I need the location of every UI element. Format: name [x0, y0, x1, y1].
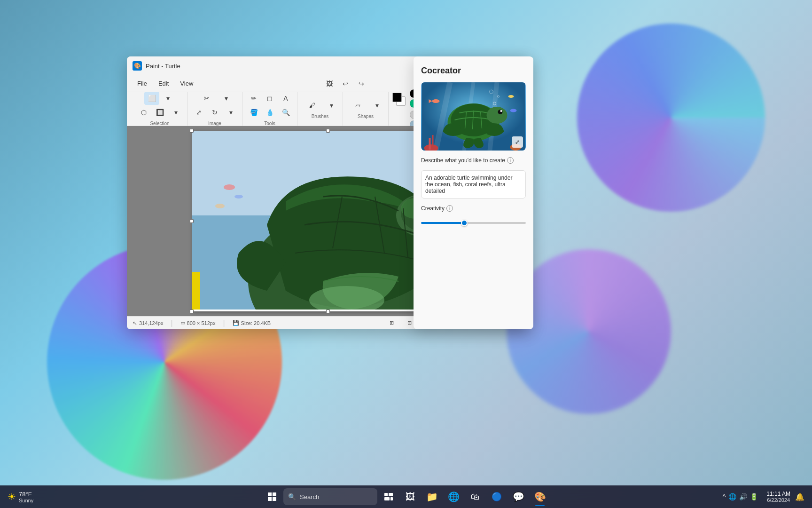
system-tray: ^ 🌐 🔊 🔋 11:11 AM 6/22/2024 🔔 — [719, 485, 804, 508]
handle-bm[interactable] — [326, 310, 330, 313]
image-group: ✂ ▾ ⤢ ↻ ▾ Image — [187, 92, 242, 126]
brush-tool[interactable]: 🖌 — [301, 99, 323, 112]
svg-rect-19 — [429, 138, 431, 150]
weather-info: 78°F Sunny — [19, 491, 33, 503]
svg-rect-20 — [432, 135, 434, 149]
shapes-options[interactable]: ▾ — [369, 99, 384, 112]
zoom-fit-btn[interactable]: ⊞ — [384, 317, 399, 330]
color-picker-tool[interactable]: 💧 — [262, 106, 277, 119]
edge-dev-button[interactable]: 🔵 — [486, 486, 507, 507]
describe-label: Describe what you'd like to create i — [421, 157, 526, 164]
rotate-tool[interactable]: ↻ — [207, 106, 222, 119]
creativity-track[interactable] — [421, 222, 526, 224]
creativity-slider-container — [421, 218, 526, 228]
photos-app-button[interactable]: 🖼 — [400, 486, 421, 507]
crop-tool[interactable]: ✂ — [196, 92, 218, 105]
redo-button[interactable]: ↪ — [354, 77, 368, 90]
eraser-tool[interactable]: ◻ — [262, 92, 277, 105]
image-label: Image — [208, 121, 221, 126]
canvas-dimensions: 800 × 512px — [187, 320, 216, 326]
fill-tool[interactable]: 🪣 — [246, 106, 261, 119]
svg-rect-33 — [273, 492, 276, 496]
size-icon: 💾 — [233, 320, 239, 326]
brushes-label: Brushes — [312, 114, 329, 119]
svg-point-24 — [498, 110, 503, 114]
svg-rect-36 — [384, 493, 388, 496]
taskbar-search[interactable]: 🔍 Search — [283, 488, 377, 505]
rotate-options[interactable]: ▾ — [223, 106, 238, 119]
menu-view[interactable]: View — [175, 78, 198, 89]
tray-network[interactable]: 🌐 — [728, 493, 736, 500]
weather-widget[interactable]: ☀ 78°F Sunny — [8, 487, 33, 506]
svg-point-15 — [215, 204, 225, 208]
paint-taskbar-button[interactable]: 🎨 — [530, 486, 550, 507]
svg-point-26 — [432, 99, 440, 103]
tools-label: Tools — [264, 121, 275, 126]
text-tool[interactable]: A — [278, 92, 293, 105]
pencil-tool[interactable]: ✏ — [246, 92, 261, 105]
notification-button[interactable]: 🔔 — [795, 492, 804, 501]
start-button[interactable] — [262, 486, 282, 507]
undo-button[interactable]: ↩ — [338, 77, 352, 90]
svg-rect-34 — [268, 497, 272, 501]
shapes-group: ▱ ▾ Shapes — [343, 92, 389, 126]
handle-tm[interactable] — [326, 129, 330, 133]
handle-tl[interactable] — [190, 129, 194, 133]
resize-tool[interactable]: ⤢ — [191, 106, 206, 119]
clock-area[interactable]: 11:11 AM 6/22/2024 — [765, 491, 792, 503]
rect-select-tool[interactable]: ⬜ — [144, 92, 159, 105]
fill-select-options[interactable]: ▾ — [168, 106, 183, 119]
file-explorer-button[interactable]: 📁 — [422, 486, 442, 507]
menu-edit[interactable]: Edit — [154, 78, 173, 89]
status-sep1: | — [171, 319, 172, 327]
cocreator-panel: Cocreator — [414, 56, 533, 329]
creativity-label: Creativity i — [421, 205, 526, 212]
handle-bl[interactable] — [190, 310, 194, 313]
brush-options[interactable]: ▾ — [324, 99, 339, 112]
describe-textarea[interactable]: An adorable turtle swimming under the oc… — [421, 170, 526, 198]
shapes-tool[interactable]: ▱ — [347, 99, 368, 112]
free-select-tool[interactable]: ⬡ — [136, 106, 151, 119]
describe-info-icon[interactable]: i — [507, 157, 514, 164]
describe-label-text: Describe what you'd like to create — [421, 157, 505, 164]
tray-chevron[interactable]: ^ — [723, 493, 726, 500]
svg-rect-35 — [273, 497, 276, 501]
image-options[interactable]: ▾ — [219, 92, 234, 105]
image-action-btn[interactable]: 🖼 — [322, 77, 336, 90]
menu-file[interactable]: File — [133, 78, 152, 89]
creativity-thumb[interactable] — [461, 220, 468, 226]
teams-button[interactable]: 💬 — [508, 486, 529, 507]
edge-browser-button[interactable]: 🌐 — [443, 486, 464, 507]
cursor-coords: 314,124px — [139, 320, 163, 326]
svg-point-27 — [508, 95, 514, 98]
weather-condition: Sunny — [19, 498, 33, 503]
start-icon — [268, 492, 276, 501]
creativity-label-text: Creativity — [421, 205, 445, 212]
color1-swatch[interactable] — [392, 93, 402, 102]
clock-date: 6/22/2024 — [767, 497, 790, 503]
tray-battery[interactable]: 🔋 — [750, 493, 758, 500]
preview-svg — [421, 82, 526, 151]
select-options-btn[interactable]: ▾ — [160, 92, 175, 105]
file-size-item: 💾 Size: 20.4KB — [233, 320, 271, 326]
handle-ml[interactable] — [190, 219, 194, 223]
expand-preview-button[interactable]: ⤢ — [512, 136, 523, 148]
svg-rect-37 — [389, 493, 393, 496]
brushes-group: 🖌 ▾ Brushes — [297, 92, 343, 126]
cocreator-title: Cocreator — [421, 66, 526, 76]
cursor-position: ↖ 314,124px — [133, 320, 163, 326]
svg-point-13 — [224, 184, 235, 190]
cursor-icon: ↖ — [133, 320, 137, 326]
svg-point-28 — [510, 109, 517, 112]
status-sep2: | — [223, 319, 225, 327]
store-button[interactable]: 🛍 — [465, 486, 485, 507]
tray-volume[interactable]: 🔊 — [739, 493, 747, 500]
task-view-button[interactable] — [378, 486, 399, 507]
paint-app-icon: 🎨 — [133, 61, 142, 71]
magnify-tool[interactable]: 🔍 — [278, 106, 293, 119]
tools-group: ✏ ◻ A 🪣 💧 🔍 Tools — [242, 92, 297, 126]
selection-group: ⬜ ▾ ⬡ 🔲 ▾ Selection — [133, 92, 187, 126]
creativity-info-icon[interactable]: i — [446, 205, 453, 212]
weather-icon: ☀ — [8, 491, 16, 502]
image-select-tool[interactable]: 🔲 — [152, 106, 167, 119]
